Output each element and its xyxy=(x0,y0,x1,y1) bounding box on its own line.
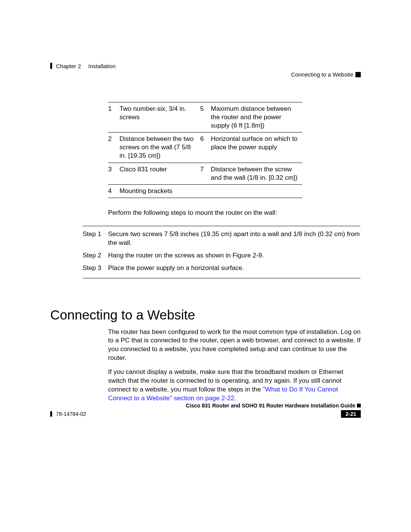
body-paragraph: The router has been configured to work f… xyxy=(108,328,361,363)
cell: Mounting brackets xyxy=(119,184,200,198)
page-footer: Cisco 831 Router and SOHO 91 Router Hard… xyxy=(50,403,361,418)
steps-block: Step 1 Secure two screws 7 5/8 inches (1… xyxy=(83,226,361,278)
cell: Distance between the screw and the wall … xyxy=(211,163,302,184)
document-title: Cisco 831 Router and SOHO 91 Router Hard… xyxy=(186,403,355,409)
section-name: Connecting to a Website xyxy=(291,71,353,78)
table-row: 4 Mounting brackets xyxy=(108,184,302,198)
cell: Horizontal surface on which to place the… xyxy=(211,133,302,163)
footer-line: 78-14784-02 2-21 xyxy=(50,410,361,418)
cell xyxy=(200,184,211,198)
chapter-number: Chapter 2 xyxy=(56,63,81,69)
cell: 2 xyxy=(108,133,119,163)
step-text: Hang the router on the screws as shown i… xyxy=(108,251,361,260)
step-text: Place the power supply on a horizontal s… xyxy=(108,264,361,273)
step-row: Step 1 Secure two screws 7 5/8 inches (1… xyxy=(83,230,361,248)
section-heading: Connecting to a Website xyxy=(50,307,361,323)
document-number: 78-14784-02 xyxy=(50,411,86,417)
step-row: Step 3 Place the power supply on a horiz… xyxy=(83,264,361,273)
footer-title: Cisco 831 Router and SOHO 91 Router Hard… xyxy=(50,403,361,409)
cell: 1 xyxy=(108,102,119,133)
cell: 7 xyxy=(200,163,211,184)
section-indicator: Connecting to a Website xyxy=(291,71,361,78)
step-text: Secure two screws 7 5/8 inches (19.35 cm… xyxy=(108,230,361,248)
breadcrumb: Chapter 2 Installation xyxy=(50,63,116,69)
chapter-title: Installation xyxy=(88,63,116,69)
cell: Two number-six, 3/4 in. screws xyxy=(119,102,200,133)
marker-icon xyxy=(357,404,361,407)
marker-icon xyxy=(355,72,361,77)
cell: 5 xyxy=(200,102,211,133)
page-number: 2-21 xyxy=(341,410,361,418)
table-row: 1 Two number-six, 3/4 in. screws 5 Maxim… xyxy=(108,102,302,133)
table-row: 3 Cisco 831 router 7 Distance between th… xyxy=(108,163,302,184)
intro-paragraph: Perform the following steps to mount the… xyxy=(108,209,361,217)
cell: 4 xyxy=(108,184,119,198)
cell: Cisco 831 router xyxy=(119,163,200,184)
divider xyxy=(83,278,360,278)
cell xyxy=(211,184,302,198)
step-label: Step 3 xyxy=(83,264,108,273)
body-paragraph: If you cannot display a website, make su… xyxy=(108,368,361,403)
table-row: 2 Distance between the two screws on the… xyxy=(108,133,302,163)
cell: 3 xyxy=(108,163,119,184)
step-label: Step 2 xyxy=(83,251,108,260)
parts-table: 1 Two number-six, 3/4 in. screws 5 Maxim… xyxy=(108,102,302,198)
cell: 6 xyxy=(200,133,211,163)
divider xyxy=(83,226,360,226)
content-area: 1 Two number-six, 3/4 in. screws 5 Maxim… xyxy=(50,102,361,408)
page: Chapter 2 Installation Connecting to a W… xyxy=(0,0,411,532)
step-label: Step 1 xyxy=(83,230,108,248)
cell: Distance between the two screws on the w… xyxy=(119,133,200,163)
cell: Maximum distance between the router and … xyxy=(211,102,302,133)
step-row: Step 2 Hang the router on the screws as … xyxy=(83,251,361,260)
text: . xyxy=(234,395,236,402)
